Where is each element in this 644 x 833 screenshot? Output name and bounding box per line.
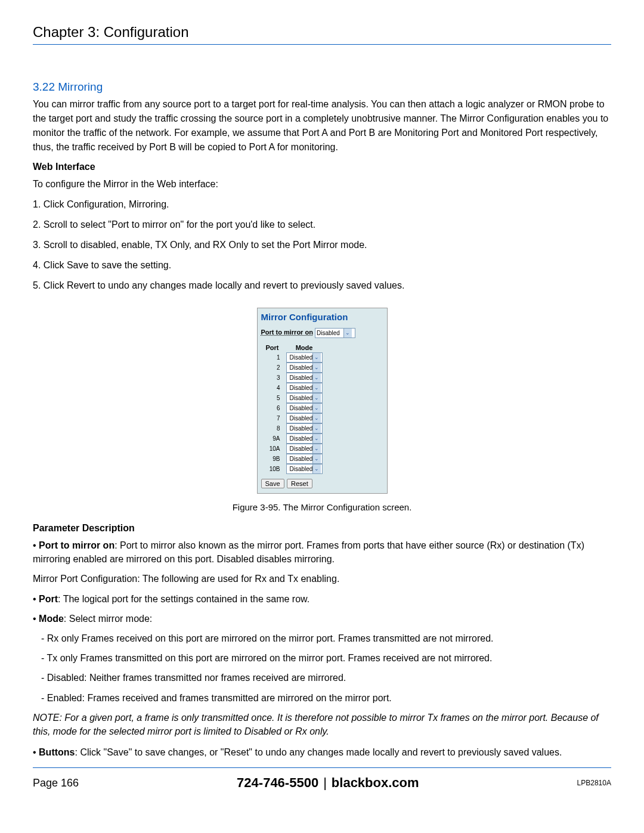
chevron-down-icon: ⌄: [312, 394, 321, 402]
page-number: Page 166: [33, 777, 79, 789]
table-row: 7Disabled⌄: [261, 413, 325, 423]
mirror-table: PortMode 1Disabled⌄ 2Disabled⌄ 3Disabled…: [261, 343, 325, 474]
param-port: • Port: The logical port for the setting…: [33, 592, 611, 606]
mode-select[interactable]: Disabled⌄: [286, 444, 323, 454]
mode-select[interactable]: Disabled⌄: [286, 413, 323, 423]
chevron-down-icon: ⌄: [312, 454, 321, 463]
table-row: 9BDisabled⌄: [261, 454, 325, 464]
table-row: 2Disabled⌄: [261, 363, 325, 373]
table-row: 8Disabled⌄: [261, 423, 325, 433]
chevron-down-icon: ⌄: [343, 329, 352, 337]
step-5: 5. Click Revert to undo any changes made…: [33, 278, 611, 293]
figure-mirror-config: Mirror Configuration Port to mirror on D…: [33, 308, 611, 494]
chevron-down-icon: ⌄: [312, 424, 321, 433]
mirror-config-panel: Mirror Configuration Port to mirror on D…: [257, 308, 388, 494]
section-title: 3.22 Mirroring: [33, 80, 611, 94]
param-port-mirror: • Port to mirror on: Port to mirror also…: [33, 538, 611, 566]
table-row: 5Disabled⌄: [261, 393, 325, 403]
param-buttons: • Buttons: Click "Save" to save changes,…: [33, 745, 611, 759]
mirror-config-title: Mirror Configuration: [261, 312, 383, 322]
table-row: 10ADisabled⌄: [261, 444, 325, 454]
port-to-mirror-label: Port to mirror on: [261, 329, 313, 336]
param-desc-heading: Parameter Description: [33, 523, 611, 534]
table-row: 1Disabled⌄: [261, 352, 325, 363]
port-to-mirror-value: Disabled: [317, 329, 342, 337]
mode-select[interactable]: Disabled⌄: [286, 373, 323, 383]
section-intro: You can mirror traffic from any source p…: [33, 97, 611, 154]
save-button[interactable]: Save: [261, 479, 284, 488]
mode-select[interactable]: Disabled⌄: [286, 383, 323, 393]
chevron-down-icon: ⌄: [312, 404, 321, 413]
table-row: 4Disabled⌄: [261, 383, 325, 393]
chevron-down-icon: ⌄: [312, 363, 321, 372]
chevron-down-icon: ⌄: [312, 444, 321, 453]
mode-select[interactable]: Disabled⌄: [286, 454, 323, 464]
mode-select[interactable]: Disabled⌄: [286, 423, 323, 433]
step-4: 4. Click Save to save the setting.: [33, 258, 611, 272]
chevron-down-icon: ⌄: [312, 353, 321, 362]
param-mode-disabled: - Disabled: Neither frames transmitted n…: [33, 671, 611, 685]
step-3: 3. Scroll to disabled, enable, TX Only, …: [33, 238, 611, 252]
table-row: 3Disabled⌄: [261, 373, 325, 383]
web-interface-lead: To configure the Mirror in the Web inter…: [33, 177, 611, 191]
mode-select[interactable]: Disabled⌄: [286, 352, 323, 363]
mode-select[interactable]: Disabled⌄: [286, 393, 323, 403]
mode-select[interactable]: Disabled⌄: [286, 433, 323, 444]
mode-select[interactable]: Disabled⌄: [286, 363, 323, 373]
figure-caption: Figure 3-95. The Mirror Configuration sc…: [33, 502, 611, 512]
param-mode-enabled: - Enabled: Frames received and frames tr…: [33, 691, 611, 705]
chapter-title: Chapter 3: Configuration: [33, 24, 611, 45]
chevron-down-icon: ⌄: [312, 465, 321, 473]
port-to-mirror-select[interactable]: Disabled⌄: [315, 328, 355, 338]
footer-contact: 724-746-5500|blackbox.com: [237, 775, 419, 791]
note-text: NOTE: For a given port, a frame is only …: [33, 711, 611, 738]
table-row: 9ADisabled⌄: [261, 433, 325, 444]
col-port: Port: [261, 343, 284, 352]
reset-button[interactable]: Reset: [287, 479, 312, 488]
chevron-down-icon: ⌄: [312, 373, 321, 382]
table-row: 6Disabled⌄: [261, 403, 325, 413]
step-1: 1. Click Configuration, Mirroring.: [33, 197, 611, 212]
chevron-down-icon: ⌄: [312, 434, 321, 443]
param-mode-rx: - Rx only Frames received on this port a…: [33, 631, 611, 645]
chevron-down-icon: ⌄: [312, 383, 321, 392]
param-mirror-cfg: Mirror Port Configuration: The following…: [33, 572, 611, 586]
table-row: 10BDisabled⌄: [261, 464, 325, 474]
param-mode: • Mode: Select mirror mode:: [33, 612, 611, 625]
col-mode: Mode: [284, 343, 325, 352]
mode-select[interactable]: Disabled⌄: [286, 464, 323, 474]
step-2: 2. Scroll to select "Port to mirror on" …: [33, 218, 611, 232]
web-interface-heading: Web Interface: [33, 162, 611, 172]
page-footer: Page 166 724-746-5500|blackbox.com LPB28…: [33, 767, 611, 791]
param-mode-tx: - Tx only Frames transmitted on this por…: [33, 651, 611, 665]
chevron-down-icon: ⌄: [312, 414, 321, 423]
model-number: LPB2810A: [577, 779, 611, 787]
mode-select[interactable]: Disabled⌄: [286, 403, 323, 413]
